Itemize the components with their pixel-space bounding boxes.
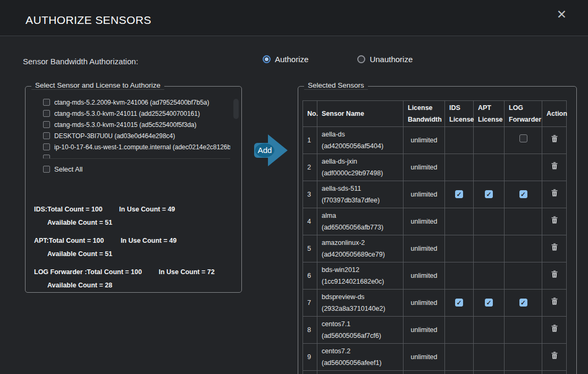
unauthorize-radio-label: Unauthorize — [369, 55, 413, 64]
ids-in-use-count: In Use Count = 49 — [119, 206, 175, 213]
table-row: 9centos7.2(ad56005056afeef1)unlimited — [303, 344, 567, 371]
ids-license-cell: ✓ — [445, 290, 474, 317]
apt-license-cell — [474, 154, 505, 181]
apt-license-checkbox[interactable]: ✓ — [485, 299, 493, 307]
table-row: 6bds-win2012(1cc9124021682e0c)unlimited — [303, 262, 567, 290]
apt-license-cell — [474, 344, 505, 371]
unauthorize-radio-option[interactable]: Unauthorize — [357, 55, 413, 64]
dialog-header: AUTHORIZE SENSORS ✕ — [0, 0, 588, 36]
log-license-checkbox[interactable]: ✓ — [519, 299, 527, 307]
sensor-name-cell: bdspreview-ds(2932a8a3710140e2) — [317, 290, 404, 317]
row-number: 10 — [303, 371, 317, 374]
authorization-radio-group: Authorize Unauthorize — [263, 55, 413, 64]
sensor-name-line: bdspreview-ds — [322, 291, 399, 303]
log-license-cell — [505, 344, 542, 371]
delete-sensor-button[interactable] — [551, 243, 558, 251]
apt-available-count: Available Count = 51 — [34, 248, 215, 261]
license-bandwidth-cell: unlimited — [404, 208, 445, 235]
dialog-title: AUTHORIZE SENSORS — [26, 14, 152, 27]
license-bandwidth-cell: unlimited — [404, 235, 445, 262]
sensor-name-line: (f70397db3fa7dfee) — [322, 194, 399, 206]
delete-sensor-button[interactable] — [551, 325, 558, 332]
trash-icon — [551, 162, 558, 169]
sensor-name-cell: alma (ad65005056afb773) — [317, 208, 404, 235]
select-all-row[interactable]: Select All — [43, 165, 82, 173]
close-icon[interactable]: ✕ — [557, 8, 567, 21]
sensor-name-line: amazonlinux-2 — [322, 237, 399, 249]
sensor-name-line: (adf0000c29b97498) — [322, 167, 399, 179]
license-bandwidth-cell: unlimited — [404, 181, 445, 208]
apt-license-cell: ✓ — [474, 181, 505, 208]
sensor-checkbox[interactable] — [43, 121, 50, 128]
selected-sensors-panel: Selected Sensors No. Sensor Name License… — [298, 86, 577, 374]
sensor-checkbox[interactable] — [43, 132, 50, 139]
sensor-label: ctang-mds-5.3.0-kvm-241011 (add252540070… — [54, 110, 200, 117]
delete-sensor-button[interactable] — [551, 298, 558, 305]
log-license-checkbox[interactable] — [519, 134, 527, 142]
table-row: 2aella-ds-jxin(adf0000c29b97498)unlimite… — [303, 154, 567, 181]
delete-sensor-button[interactable] — [551, 162, 558, 169]
log-available-count: Available Count = 28 — [34, 279, 215, 292]
log-license-cell — [505, 208, 542, 235]
action-cell — [542, 208, 567, 235]
authorize-radio-button[interactable] — [263, 55, 271, 63]
trash-icon — [551, 189, 558, 197]
sensor-list-item[interactable]: DESKTOP-3BI7U0U (ad03e0d464e298c4) — [43, 130, 230, 141]
apt-total-count: APT:Total Count = 100 — [34, 237, 104, 244]
delete-sensor-button[interactable] — [551, 270, 558, 278]
license-bandwidth-cell: unlimited — [404, 344, 445, 371]
unauthorize-radio-button[interactable] — [357, 55, 365, 63]
table-row: 8centos7.1(ad56005056af7cf6)unlimited — [303, 317, 567, 344]
log-license-checkbox[interactable]: ✓ — [519, 190, 527, 198]
ids-license-checkbox[interactable]: ✓ — [455, 190, 463, 198]
add-button[interactable]: Add — [254, 133, 289, 168]
delete-sensor-button[interactable] — [551, 352, 558, 359]
sensor-checkbox[interactable] — [43, 143, 50, 150]
sensor-name-line: (ad42005056af5404) — [322, 140, 399, 152]
sensor-list-item[interactable]: ip-10-0-17-64.us-west-1.compute.internal… — [43, 141, 230, 152]
apt-license-checkbox[interactable]: ✓ — [485, 190, 493, 198]
ids-license-cell — [445, 344, 474, 371]
header-license-bandwidth: License Bandwidth — [404, 101, 445, 127]
ids-available-count: Available Count = 51 — [34, 216, 215, 230]
sensor-name-line: (ad4200505689ce79) — [322, 249, 399, 260]
select-all-checkbox[interactable] — [43, 166, 50, 173]
action-cell — [542, 290, 567, 317]
table-row: 5amazonlinux-2(ad4200505689ce79)unlimite… — [303, 235, 567, 262]
sensor-list-scrollbar[interactable] — [233, 99, 239, 119]
sensor-name-cell: centos7.3(adab005056afe222) — [317, 371, 404, 374]
delete-sensor-button[interactable] — [551, 216, 558, 224]
table-row: 7bdspreview-ds(2932a8a3710140e2)unlimite… — [303, 290, 567, 317]
sensor-name-line: (ad56005056afeef1) — [322, 357, 399, 369]
sensor-name-line: aella-sds-511 — [322, 183, 399, 194]
license-bandwidth-cell: unlimited — [404, 317, 445, 344]
apt-license-cell — [474, 262, 505, 290]
sensor-list-item[interactable]: ctang-mds-5.2.2009-kvm-241006 (ad7952540… — [43, 97, 230, 108]
authorize-radio-option[interactable]: Authorize — [263, 55, 308, 64]
sensor-checkbox[interactable] — [43, 110, 50, 117]
sensor-label: ctang-mds-5.3.0-kvm-241015 (ad5c525400f5… — [54, 121, 197, 129]
sensor-name-line: centos7.1 — [322, 318, 399, 330]
log-forwarder-count-group: LOG Forwarder :Total Count = 100 In Use … — [34, 266, 215, 292]
header-ids-license: IDS License — [445, 101, 474, 127]
sensor-list-item[interactable]: ctang-mds-5.3.0-kvm-241015 (ad5c525400f5… — [43, 119, 230, 130]
sensor-list-item[interactable]: ctang-mds-5.3.0-kvm-241011 (add252540070… — [43, 108, 230, 119]
ids-license-checkbox[interactable]: ✓ — [455, 299, 463, 307]
ids-total-count: IDS:Total Count = 100 — [34, 206, 103, 213]
sensor-list-item[interactable] — [43, 152, 230, 159]
ids-license-cell — [445, 262, 474, 290]
sensor-name-line: alma (ad65005056afb773) — [322, 210, 399, 233]
sensor-list[interactable]: ctang-mds-5.2.2009-kvm-241006 (ad7952540… — [43, 97, 230, 159]
delete-sensor-button[interactable] — [551, 189, 558, 197]
apt-license-cell — [474, 371, 505, 374]
row-number: 5 — [303, 235, 317, 262]
sensor-name-cell: bds-win2012(1cc9124021682e0c) — [317, 262, 404, 290]
delete-sensor-button[interactable] — [551, 135, 558, 142]
action-cell — [542, 154, 567, 181]
sensor-name-line: centos7.2 — [322, 345, 399, 357]
action-cell — [542, 371, 567, 374]
sensor-checkbox[interactable] — [43, 99, 50, 106]
add-button-label: Add — [258, 146, 272, 155]
license-bandwidth-cell: unlimited — [404, 262, 445, 290]
sensor-checkbox[interactable] — [43, 155, 50, 159]
